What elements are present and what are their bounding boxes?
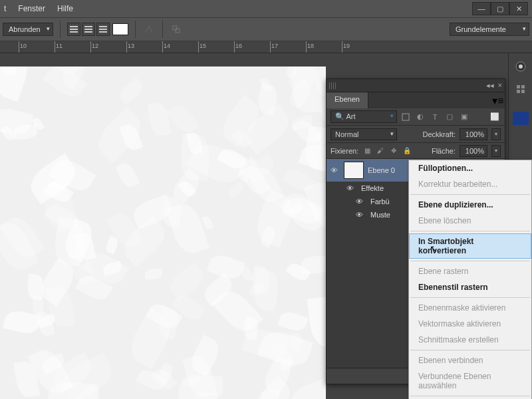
svg-rect-5	[521, 85, 525, 88]
document-canvas[interactable]	[0, 66, 326, 399]
align-right-button[interactable]	[96, 23, 110, 36]
menu-item-fenster[interactable]: Fenster	[18, 4, 45, 13]
lock-all-icon[interactable]: 🔒	[402, 146, 412, 156]
visibility-icon[interactable]: 👁	[356, 198, 365, 205]
svg-rect-8	[402, 114, 409, 120]
layer-thumbnail[interactable]	[344, 162, 364, 179]
ctx-item[interactable]: Ebene duplizieren...	[409, 197, 531, 213]
ctx-item[interactable]: In Smartobjekt konvertieren	[409, 233, 531, 259]
layer-filter-row: 🔍 Art ◐ T ▢ ▣ ⬜	[327, 108, 505, 126]
color-icon[interactable]	[511, 57, 530, 76]
workspace-dropdown[interactable]: Grundelemente	[450, 23, 529, 36]
panel-tabs: Ebenen ▾≡	[327, 92, 505, 108]
panel-close-icon[interactable]: ×	[498, 81, 502, 90]
filter-adjustment-icon[interactable]: ◐	[414, 111, 426, 123]
panel-collapse-icon[interactable]: ◂◂	[486, 81, 494, 90]
filter-smart-icon[interactable]: ▣	[458, 111, 470, 123]
ctx-item: Schnittmaske erstellen	[409, 332, 531, 348]
ctx-item: Ebene löschen	[409, 213, 531, 229]
filter-shape-icon[interactable]: ▢	[444, 111, 456, 123]
ctx-item: Korrektur bearbeiten...	[409, 176, 531, 192]
arrange-icon[interactable]	[170, 23, 183, 36]
filter-type-dropdown[interactable]: 🔍 Art	[331, 110, 397, 123]
ctx-item[interactable]: Fülloptionen...	[409, 160, 531, 176]
layer-context-menu: Fülloptionen...Korrektur bearbeiten...Eb…	[408, 160, 532, 399]
layer-name[interactable]: Ebene 0	[368, 166, 395, 174]
options-toolbar: Abrunden Grundelemente	[0, 17, 532, 41]
lock-label: Fixieren:	[331, 147, 358, 155]
svg-rect-1	[176, 29, 180, 33]
ctx-item[interactable]: Ebenenstil rastern	[409, 279, 531, 295]
svg-point-3	[519, 65, 523, 68]
blend-mode-dropdown[interactable]: Normal	[331, 128, 397, 140]
visibility-icon[interactable]: 👁	[331, 166, 340, 174]
divider	[135, 21, 136, 38]
align-group	[67, 23, 110, 36]
fill-swatch[interactable]	[112, 23, 128, 35]
horizontal-ruler: 10111213141516171819	[0, 41, 532, 53]
align-left-button[interactable]	[67, 23, 80, 36]
ctx-item: Ebenen verbinden	[409, 352, 531, 368]
svg-rect-0	[173, 26, 177, 30]
fill-label: Fläche:	[432, 147, 456, 155]
lock-position-icon[interactable]: ✥	[389, 146, 398, 156]
align-center-button[interactable]	[82, 23, 95, 36]
opacity-label: Deckkraft:	[422, 130, 456, 138]
menu-item-hilfe[interactable]: Hilfe	[57, 4, 73, 13]
opacity-arrow-icon[interactable]: ▾	[491, 128, 501, 140]
lock-transparency-icon[interactable]: ▦	[362, 146, 372, 156]
lock-pixels-icon[interactable]: 🖌	[376, 146, 385, 156]
menu-item-truncated[interactable]: t	[4, 4, 6, 13]
swatches-icon[interactable]	[511, 80, 530, 98]
filter-pixel-icon[interactable]	[400, 111, 412, 123]
ctx-item: Verbundene Ebenen auswählen	[409, 368, 531, 394]
dock-swatch[interactable]	[513, 112, 529, 125]
corner-dropdown[interactable]: Abrunden	[3, 23, 53, 36]
maximize-button[interactable]: ▢	[491, 2, 509, 15]
ctx-item: Vektormaske aktivieren	[409, 316, 531, 332]
ctx-item: Ebenenmaske aktivieren	[409, 300, 531, 316]
opacity-input[interactable]: 100%	[460, 128, 487, 140]
divider	[162, 21, 163, 38]
ctx-item: Ebene rastern	[409, 263, 531, 279]
visibility-icon[interactable]: 👁	[356, 211, 365, 219]
visibility-icon[interactable]: 👁	[346, 184, 356, 192]
divider	[60, 21, 61, 38]
warp-icon	[142, 23, 156, 36]
blend-mode-row: Normal Deckkraft: 100% ▾	[327, 126, 505, 143]
fill-input[interactable]: 100%	[460, 145, 487, 157]
window-controls: — ▢ ✕	[472, 2, 528, 15]
lock-row: Fixieren: ▦ 🖌 ✥ 🔒 Fläche: 100% ▾	[327, 143, 505, 159]
menubar: t Fenster Hilfe — ▢ ✕	[0, 0, 532, 17]
minimize-button[interactable]: —	[472, 2, 491, 15]
filter-toggle[interactable]: ⬜	[489, 111, 501, 123]
fill-arrow-icon[interactable]: ▾	[491, 145, 501, 157]
filter-type-icon[interactable]: T	[429, 111, 441, 123]
svg-rect-7	[521, 90, 525, 93]
close-button[interactable]: ✕	[509, 2, 528, 15]
svg-rect-4	[517, 85, 520, 88]
svg-rect-6	[517, 90, 520, 93]
panel-menu-icon[interactable]: ▾≡	[491, 92, 505, 108]
tab-ebenen[interactable]: Ebenen	[327, 92, 368, 108]
panel-header[interactable]: ◂◂ ×	[327, 79, 505, 92]
